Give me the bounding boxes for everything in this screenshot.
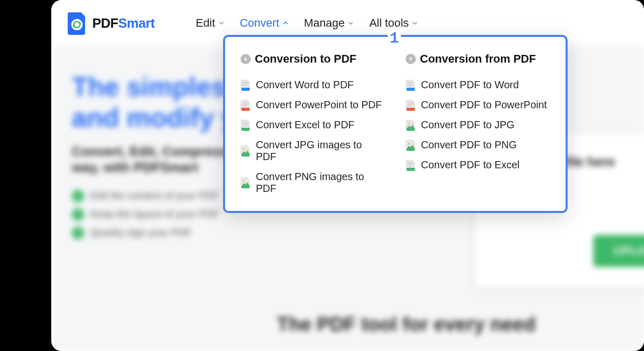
nav-manage[interactable]: Manage: [304, 16, 354, 30]
xls-file-icon: [406, 160, 416, 171]
svg-rect-7: [243, 105, 247, 106]
svg-point-13: [243, 148, 245, 150]
check-icon: ✓: [72, 190, 84, 202]
svg-rect-23: [408, 105, 412, 106]
nav-all-tools[interactable]: All tools: [369, 16, 418, 30]
dropdown-item[interactable]: Convert PDF to PNG: [406, 135, 550, 155]
svg-point-0: [71, 19, 83, 30]
chevron-down-icon: [348, 20, 354, 26]
svg-rect-24: [407, 108, 415, 111]
nav-edit[interactable]: Edit: [196, 16, 225, 30]
chevron-down-icon: [218, 20, 225, 26]
svg-rect-14: [242, 154, 250, 157]
svg-rect-3: [243, 85, 247, 86]
svg-rect-32: [407, 168, 415, 171]
bottom-banner: The PDF tool for every need: [277, 314, 536, 336]
dropdown-item-label: Convert PDF to JPG: [421, 119, 514, 131]
convert-dropdown: Conversion to PDF Convert Word to PDF Co…: [223, 35, 568, 213]
arrow-up-circle-icon: [406, 54, 416, 64]
dropdown-item[interactable]: Convert PowerPoint to PDF: [240, 95, 385, 115]
logo-icon: [67, 11, 87, 35]
feature-text: Keep the layout of your PDF: [90, 208, 219, 220]
svg-rect-19: [408, 85, 412, 86]
dropdown-item[interactable]: Convert PDF to PowerPoint: [406, 95, 550, 115]
dropdown-item-label: Convert Word to PDF: [256, 79, 354, 91]
svg-rect-18: [408, 84, 413, 85]
ppt-file-icon: [406, 100, 416, 111]
logo-text: PDFSmart: [92, 15, 155, 31]
nav-all-tools-label: All tools: [369, 16, 409, 30]
doc-file-icon: [240, 80, 251, 91]
svg-rect-30: [408, 164, 413, 165]
check-icon: ✓: [72, 227, 84, 239]
svg-rect-21: [408, 102, 413, 103]
svg-rect-16: [242, 186, 250, 188]
dropdown-item-label: Convert PDF to Excel: [421, 159, 519, 171]
nav-manage-label: Manage: [304, 16, 345, 30]
svg-point-25: [408, 123, 410, 125]
dropdown-item-label: Convert Excel to PDF: [256, 119, 354, 131]
dropdown-item[interactable]: Convert JPG images to PDF: [240, 135, 385, 167]
main-nav: Edit Convert Manage All tools: [196, 16, 418, 30]
svg-rect-28: [407, 148, 415, 151]
dropdown-heading: Conversion to PDF: [240, 52, 385, 66]
png-file-icon: [240, 177, 251, 188]
nav-convert-label: Convert: [240, 16, 279, 30]
svg-rect-31: [408, 165, 412, 166]
svg-rect-12: [242, 128, 250, 131]
png-file-icon: [406, 140, 416, 151]
svg-rect-20: [407, 88, 415, 91]
svg-rect-6: [243, 104, 248, 105]
svg-rect-8: [242, 108, 250, 111]
doc-file-icon: [406, 80, 416, 91]
dropdown-item-label: Convert PDF to PowerPoint: [421, 99, 547, 111]
dropdown-item-label: Convert PNG images to PDF: [256, 171, 385, 194]
dropdown-item[interactable]: Convert PDF to Word: [406, 75, 550, 95]
feature-text: Edit the content of your PDF: [90, 190, 219, 202]
svg-rect-10: [243, 124, 248, 125]
svg-rect-5: [243, 102, 248, 103]
dropdown-item[interactable]: Convert Word to PDF: [240, 75, 385, 95]
svg-rect-11: [243, 125, 247, 126]
jpg-file-icon: [406, 120, 416, 131]
dropdown-item-label: Convert PowerPoint to PDF: [256, 99, 382, 111]
ppt-file-icon: [240, 100, 251, 111]
dropdown-column-from-pdf: Conversion from PDF Convert PDF to Word …: [406, 52, 550, 199]
svg-rect-9: [243, 122, 248, 123]
dropdown-item-label: Convert JPG images to PDF: [256, 139, 385, 163]
svg-rect-26: [407, 128, 415, 131]
svg-point-27: [408, 143, 410, 145]
svg-rect-22: [408, 104, 413, 105]
check-icon: ✓: [72, 208, 84, 221]
dropdown-item-label: Convert PDF to Word: [421, 79, 519, 91]
xls-file-icon: [240, 120, 251, 131]
feature-text: Quickly sign your PDF: [90, 227, 192, 239]
svg-point-15: [243, 180, 245, 182]
dropdown-item[interactable]: Convert PDF to JPG: [406, 115, 550, 135]
logo[interactable]: PDFSmart: [67, 11, 155, 35]
upload-button[interactable]: UPLOAD: [593, 235, 644, 267]
heading-text: Conversion from PDF: [420, 52, 536, 66]
dropdown-item[interactable]: Convert PDF to Excel: [406, 155, 550, 175]
svg-rect-2: [243, 84, 248, 85]
chevron-up-icon: [283, 20, 289, 26]
svg-rect-4: [242, 88, 250, 91]
chevron-down-icon: [412, 20, 418, 26]
nav-convert[interactable]: Convert: [240, 16, 289, 30]
annotation-badge: 1: [388, 30, 401, 47]
svg-rect-29: [408, 162, 413, 163]
svg-rect-17: [408, 82, 413, 83]
dropdown-heading: Conversion from PDF: [406, 52, 550, 66]
dropdown-item-label: Convert PDF to PNG: [421, 139, 517, 151]
dropdown-column-to-pdf: Conversion to PDF Convert Word to PDF Co…: [240, 52, 385, 199]
arrow-down-circle-icon: [240, 54, 251, 64]
dropdown-item[interactable]: Convert PNG images to PDF: [240, 167, 385, 199]
svg-rect-1: [243, 82, 248, 83]
app-window: PDFSmart Edit Convert Manage All tools T…: [51, 0, 644, 351]
dropdown-item[interactable]: Convert Excel to PDF: [240, 115, 385, 135]
nav-edit-label: Edit: [196, 16, 215, 30]
heading-text: Conversion to PDF: [255, 52, 356, 66]
jpg-file-icon: [240, 145, 251, 157]
